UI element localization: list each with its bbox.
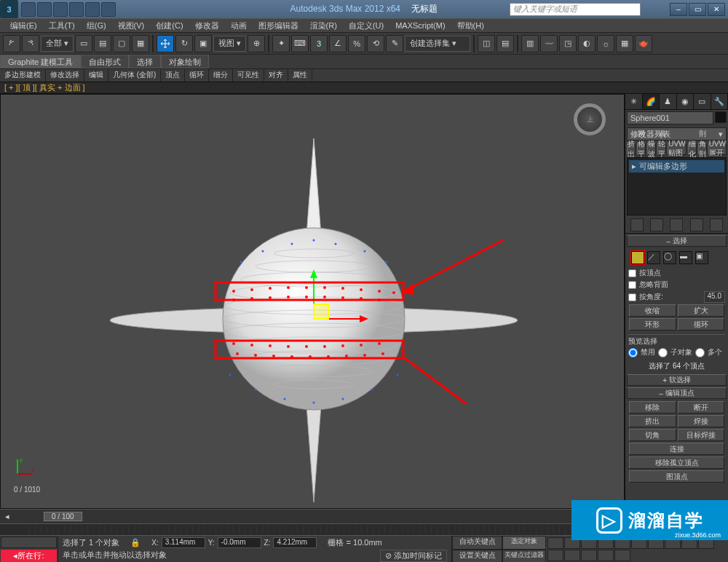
ribbon-panel[interactable]: 多边形建模	[0, 69, 46, 82]
tab-hierarchy[interactable]: ♟	[660, 94, 677, 109]
mod-btn-unwrap[interactable]: UVW 展开	[708, 143, 727, 155]
curve-editor-button[interactable]: 〰	[540, 35, 558, 52]
by-vertex-checkbox[interactable]	[628, 269, 636, 277]
loop-button[interactable]: 循环	[678, 318, 725, 331]
menu-create[interactable]: 创建(C)	[151, 20, 187, 31]
by-angle-checkbox[interactable]	[628, 293, 636, 301]
menu-modifiers[interactable]: 修改器	[191, 20, 223, 31]
object-name-field[interactable]: Sphere001	[627, 111, 713, 124]
ribbon-panel[interactable]: 属性	[288, 69, 312, 82]
subobj-border-button[interactable]: ◯	[663, 251, 676, 264]
layers-button[interactable]: ▥	[521, 35, 539, 52]
maximize-button[interactable]: ▭	[689, 3, 706, 16]
ribbon-tab-graphite[interactable]: Graphite 建模工具	[0, 55, 81, 68]
tab-motion[interactable]: ◉	[677, 94, 695, 109]
menu-tools[interactable]: 工具(T)	[44, 20, 79, 31]
target-weld-button[interactable]: 目标焊接	[678, 429, 725, 441]
stack-remove-button[interactable]	[690, 218, 703, 231]
schematic-view-button[interactable]: ◳	[559, 35, 577, 52]
qat-button[interactable]	[53, 2, 68, 17]
key-mode-button[interactable]	[614, 550, 630, 561]
ribbon-panel[interactable]: 修改选择	[46, 69, 84, 82]
menu-animation[interactable]: 动画	[226, 20, 251, 31]
window-crossing-button[interactable]: ▦	[132, 35, 149, 52]
tab-display[interactable]: ▭	[694, 94, 711, 109]
select-object-button[interactable]: ▭	[75, 35, 92, 52]
z-coord-field[interactable]: 4.212mm	[273, 537, 317, 548]
stack-item-editable-poly[interactable]: ▸ 可编辑多边形	[629, 160, 724, 173]
menu-graph-editors[interactable]: 图形编辑器	[254, 20, 303, 31]
render-setup-button[interactable]: ☼	[597, 35, 614, 52]
modifier-stack[interactable]: ▸ 可编辑多边形	[627, 157, 727, 215]
key-filters-dropdown[interactable]: 选定对象	[502, 536, 546, 550]
mod-btn-turbosmooth[interactable]: 涡轮平滑	[657, 143, 666, 155]
nav-region[interactable]	[547, 550, 563, 561]
extrude-button[interactable]: 挤出	[629, 415, 676, 427]
playback-goto-start[interactable]	[547, 537, 563, 549]
connect-button[interactable]: 连接	[629, 443, 724, 455]
align-button[interactable]: ▤	[496, 35, 514, 52]
x-coord-field[interactable]: 3.114mm	[162, 537, 205, 548]
ignore-backfacing-checkbox[interactable]	[628, 281, 636, 289]
ref-coord-dropdown[interactable]: 视图 ▾	[213, 36, 246, 52]
subobj-vertex-button[interactable]: ∙	[631, 251, 644, 264]
maxscript-line-button[interactable]: ◂ 所在行:	[1, 550, 57, 562]
mod-btn-noise[interactable]: 噪波	[647, 143, 656, 155]
use-pivot-button[interactable]: ⊕	[248, 35, 265, 52]
percent-snap-button[interactable]: %	[348, 35, 365, 52]
select-move-button[interactable]	[157, 35, 174, 52]
stack-show-end-button[interactable]	[650, 218, 663, 231]
collapse-button[interactable]: 图顶点	[629, 470, 724, 483]
ribbon-panel[interactable]: 编辑	[84, 69, 108, 82]
ribbon-panel[interactable]: 对齐	[264, 69, 288, 82]
rollout-selection[interactable]: – 选择	[627, 235, 727, 247]
qat-button[interactable]	[37, 2, 52, 17]
ribbon-panel[interactable]: 可见性	[233, 69, 264, 82]
auto-key-button[interactable]: 自动关键点	[452, 536, 502, 550]
menu-help[interactable]: 帮助(H)	[453, 20, 488, 31]
mirror-button[interactable]: ◫	[478, 35, 495, 52]
viewcube[interactable]: 上	[574, 103, 606, 135]
render-button[interactable]: 🫖	[635, 35, 652, 52]
manipulate-button[interactable]: ✦	[272, 35, 290, 52]
object-color-swatch[interactable]	[715, 111, 727, 123]
tab-utilities[interactable]: 🔧	[711, 94, 729, 109]
ribbon-tab-selection[interactable]: 选择	[129, 55, 161, 68]
mod-btn-tessellate[interactable]: 细化	[688, 143, 697, 155]
qat-button[interactable]	[69, 2, 84, 17]
preview-multi-radio[interactable]	[695, 348, 705, 357]
tab-create[interactable]: ✳	[625, 94, 643, 109]
render-frame-button[interactable]: ▦	[616, 35, 633, 52]
ribbon-tab-paint[interactable]: 对象绘制	[161, 55, 209, 68]
snap-button[interactable]: 3	[310, 35, 328, 52]
angle-snap-button[interactable]: ∠	[329, 35, 347, 52]
select-by-name-button[interactable]: ▤	[94, 35, 111, 52]
menu-views[interactable]: 视图(V)	[114, 20, 149, 31]
edit-named-sel-button[interactable]: ✎	[386, 35, 403, 52]
ribbon-panel[interactable]: 细分	[209, 69, 233, 82]
mod-btn-uvwmap[interactable]: UVW 贴图	[668, 143, 686, 155]
viewport-label[interactable]: [ + ][ 顶 ][ 真实 + 边面 ]	[0, 82, 728, 94]
menu-edit[interactable]: 编辑(E)	[6, 20, 41, 31]
selection-filter-dropdown[interactable]: 全部 ▾	[41, 36, 74, 52]
break-button[interactable]: 断开	[678, 401, 725, 413]
redo-button[interactable]	[22, 35, 39, 52]
preview-subobj-radio[interactable]	[658, 348, 668, 357]
subobj-element-button[interactable]: ▣	[695, 251, 708, 264]
menu-rendering[interactable]: 渲染(R)	[306, 20, 341, 31]
stack-unique-button[interactable]	[670, 218, 683, 231]
weld-button[interactable]: 焊接	[678, 415, 725, 427]
grow-button[interactable]: 扩大	[678, 304, 725, 317]
add-time-tag-button[interactable]: ⊘ 添加时间标记	[380, 550, 447, 562]
mod-btn-chamfer[interactable]: 剖角剖面	[698, 143, 707, 155]
close-button[interactable]: ✕	[708, 3, 725, 16]
viewport[interactable]: 上 yx 0 / 1010	[0, 94, 625, 509]
rect-select-button[interactable]: ▢	[113, 35, 130, 52]
undo-button[interactable]	[3, 35, 20, 52]
key-filters-button[interactable]: 关键点过滤器	[502, 550, 546, 563]
minimize-button[interactable]: –	[670, 3, 687, 16]
rollout-edit-vertices[interactable]: – 编辑顶点	[627, 387, 727, 399]
menu-maxscript[interactable]: MAXScript(M)	[391, 21, 449, 30]
material-editor-button[interactable]: ◐	[578, 35, 596, 52]
keyboard-shortcut-button[interactable]: ⌨	[291, 35, 309, 52]
